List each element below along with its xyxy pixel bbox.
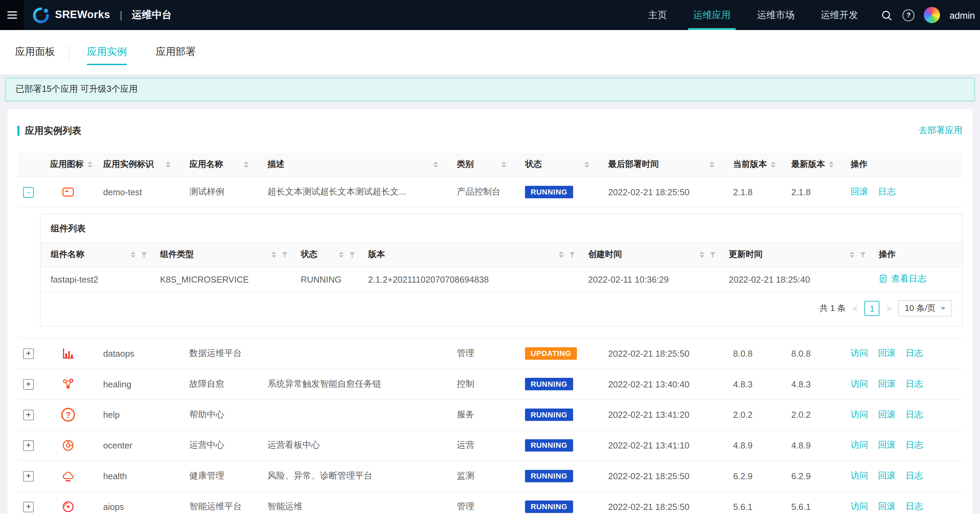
deploy-time: 2022-02-21 18:25:50 (598, 502, 723, 512)
table-row-healing: + healing 故障自愈 系统异常触发智能自愈任务链 控制 RUNNING … (18, 369, 962, 400)
log-link[interactable]: 日志 (878, 186, 896, 196)
component-table-header: 组件名称 组件类型 状态 (41, 242, 962, 267)
tab-app-deploy[interactable]: 应用部署 (156, 30, 196, 74)
status-badge: RUNNING (525, 500, 573, 513)
filter-icon[interactable] (140, 251, 147, 258)
collapse-row-button[interactable]: - (23, 187, 34, 198)
sort-icon[interactable] (271, 252, 276, 258)
menu-toggle-button[interactable] (0, 0, 24, 30)
rollback-link[interactable]: 回滚 (878, 409, 896, 419)
page-number[interactable]: 1 (864, 301, 880, 316)
sort-icon[interactable] (501, 161, 506, 168)
view-log-link[interactable]: 查看日志 (879, 273, 926, 285)
sort-icon[interactable] (699, 252, 705, 258)
sort-icon[interactable] (829, 161, 834, 168)
nav-item-ops-dev[interactable]: 运维开发 (807, 0, 871, 30)
header-app-name: 应用名称 (179, 159, 258, 170)
filter-icon[interactable] (281, 251, 288, 258)
expand-row-button[interactable]: + (23, 348, 34, 359)
search-icon[interactable] (880, 8, 893, 21)
nav-item-ops-apps[interactable]: 运维应用 (680, 0, 744, 30)
brand-name: SREWorks (55, 9, 110, 21)
header-actions: 操作 (840, 159, 962, 170)
sort-icon[interactable] (709, 161, 714, 168)
operation-center-icon (61, 439, 75, 452)
deploy-time: 2022-02-21 13:40:40 (598, 379, 723, 389)
sort-icon[interactable] (339, 252, 344, 258)
expand-row-button[interactable]: + (23, 471, 34, 482)
rollback-link[interactable]: 回滚 (878, 501, 896, 511)
row-actions: 访问 回滚 日志 (840, 409, 962, 420)
visit-link[interactable]: 访问 (851, 378, 868, 388)
next-page-button[interactable]: > (886, 303, 892, 313)
expand-row-button[interactable]: + (23, 379, 34, 389)
nodes-icon (61, 377, 75, 391)
component-name: fastapi-test2 (51, 275, 160, 284)
visit-link[interactable]: 访问 (851, 440, 868, 450)
log-link[interactable]: 日志 (905, 409, 923, 419)
deploy-app-link[interactable]: 去部署应用 (919, 125, 962, 137)
visit-link[interactable]: 访问 (851, 409, 868, 419)
latest-version: 2.0.2 (781, 410, 840, 420)
filter-icon[interactable] (859, 251, 866, 258)
header-app-icon: 应用图标 (43, 159, 93, 170)
filter-icon[interactable] (709, 251, 716, 258)
card-title: 应用实例列表 (25, 125, 81, 137)
sort-icon[interactable] (771, 161, 776, 168)
visit-link[interactable]: 访问 (851, 348, 868, 358)
app-name: 测试样例 (179, 186, 258, 198)
page-size-select[interactable]: 10 条/页 (899, 300, 952, 317)
log-link[interactable]: 日志 (905, 501, 923, 511)
sort-icon[interactable] (850, 252, 854, 258)
rollback-link[interactable]: 回滚 (878, 440, 896, 450)
avatar[interactable] (924, 7, 940, 23)
username: admin (949, 10, 975, 20)
app-window-icon (61, 185, 75, 199)
brand: SREWorks ｜ 运维中台 (32, 6, 172, 23)
current-version: 2.1.8 (723, 187, 781, 197)
component-status: RUNNING (301, 275, 368, 284)
brand-divider: ｜ (116, 9, 126, 21)
visit-link[interactable]: 访问 (851, 470, 868, 480)
log-link[interactable]: 日志 (905, 470, 923, 480)
rollback-link[interactable]: 回滚 (878, 348, 896, 358)
log-link[interactable]: 日志 (905, 378, 923, 388)
log-link[interactable]: 日志 (905, 348, 923, 358)
status-badge: RUNNING (525, 378, 573, 390)
latest-version: 6.2.9 (781, 471, 840, 481)
prev-page-button[interactable]: < (853, 303, 858, 313)
latest-version: 4.8.3 (781, 379, 840, 389)
tab-app-dashboard[interactable]: 应用面板 (15, 30, 55, 74)
help-icon[interactable]: ? (903, 9, 915, 21)
sort-icon[interactable] (166, 161, 171, 168)
log-link[interactable]: 日志 (905, 440, 923, 450)
latest-version: 2.1.8 (781, 187, 840, 197)
rollback-link[interactable]: 回滚 (851, 186, 868, 196)
sort-icon[interactable] (433, 161, 438, 168)
app-id: aiops (93, 502, 179, 512)
sort-icon[interactable] (559, 252, 564, 258)
nav-item-home[interactable]: 主页 (635, 0, 680, 30)
status-badge: RUNNING (525, 409, 573, 421)
rollback-link[interactable]: 回滚 (878, 470, 896, 480)
sort-icon[interactable] (88, 161, 93, 168)
card-header: 应用实例列表 去部署应用 (18, 109, 962, 153)
expand-row-button[interactable]: + (23, 440, 34, 451)
sort-icon[interactable] (244, 161, 249, 168)
current-version: 4.8.9 (723, 440, 781, 450)
visit-link[interactable]: 访问 (851, 501, 868, 511)
status-badge: RUNNING (525, 439, 573, 452)
table-row-ocenter: + ocenter 运营中心 运营看板中心 运营 RUNNING 2022-02… (18, 430, 962, 461)
sort-icon[interactable] (584, 161, 590, 168)
expand-row-button[interactable]: + (23, 502, 34, 512)
tab-app-instances[interactable]: 应用实例 (87, 30, 127, 74)
component-type: K8S_MICROSERVICE (160, 275, 301, 284)
app-name: 智能运维平台 (179, 501, 258, 512)
filter-icon[interactable] (569, 251, 576, 258)
row-actions: 回滚 日志 (840, 186, 962, 198)
nav-item-ops-market[interactable]: 运维市场 (744, 0, 807, 30)
filter-icon[interactable] (349, 251, 356, 258)
sort-icon[interactable] (130, 252, 136, 258)
rollback-link[interactable]: 回滚 (878, 378, 896, 388)
expand-row-button[interactable]: + (23, 410, 34, 420)
